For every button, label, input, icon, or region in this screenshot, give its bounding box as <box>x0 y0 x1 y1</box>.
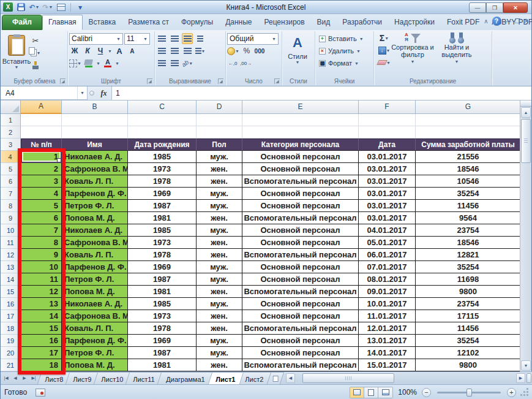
horizontal-scrollbar[interactable]: ◀ ▶ <box>286 372 532 384</box>
cell-F4[interactable]: 03.01.2017 <box>359 151 416 163</box>
orientation-button[interactable]: ab▼ <box>182 58 193 69</box>
cell-F18[interactable]: 12.01.2017 <box>359 322 416 335</box>
row-header-4[interactable]: 4 <box>1 151 21 163</box>
cell-A4[interactable]: 1 <box>21 151 62 163</box>
cell-F17[interactable]: 11.01.2017 <box>359 310 416 322</box>
cell-A8[interactable]: 5 <box>21 200 62 212</box>
column-header-G[interactable]: G <box>416 101 521 114</box>
cell-F3[interactable]: Дата <box>359 139 416 151</box>
row-header-20[interactable]: 20 <box>1 347 21 359</box>
close-button[interactable]: ✕ <box>503 2 528 13</box>
cell-G7[interactable]: 35254 <box>416 188 521 200</box>
cell-B15[interactable]: Попова М. Д. <box>62 286 128 298</box>
column-header-D[interactable]: D <box>197 101 242 114</box>
font-dialog-launcher[interactable]: ◢ <box>147 78 152 84</box>
horizontal-scroll-thumb[interactable] <box>302 373 394 383</box>
cell-G16[interactable]: 23754 <box>416 298 521 310</box>
page-break-view-button[interactable] <box>378 387 392 398</box>
workbook-minimize-icon[interactable]: — <box>505 18 511 25</box>
row-header-9[interactable]: 9 <box>1 212 21 224</box>
cell-F10[interactable]: 04.01.2017 <box>359 224 416 237</box>
row-header-14[interactable]: 14 <box>1 273 21 286</box>
record-macro-icon[interactable] <box>36 389 45 397</box>
undo-button[interactable]: ↶▼ <box>29 2 40 12</box>
scroll-down-button[interactable]: ▼ <box>521 360 531 371</box>
cell-B12[interactable]: Коваль Л. П. <box>62 249 128 261</box>
formula-input[interactable]: 1 <box>112 86 531 100</box>
cell-B8[interactable]: Петров Ф. Л. <box>62 200 128 212</box>
cell-F13[interactable]: 07.01.2017 <box>359 261 416 273</box>
tab-insert[interactable]: Вставка <box>83 15 122 30</box>
cell-E11[interactable]: Основной персонал <box>242 237 359 249</box>
cell-B2[interactable] <box>62 126 128 139</box>
cell-E14[interactable]: Основной персонал <box>242 273 359 286</box>
cell-D11[interactable]: жен. <box>197 237 242 249</box>
cell-C5[interactable]: 1973 <box>128 163 197 175</box>
cell-A19[interactable]: 16 <box>21 335 62 347</box>
cell-E5[interactable]: Основной персонал <box>242 163 359 175</box>
align-top-button[interactable] <box>156 33 167 44</box>
cell-C14[interactable]: 1987 <box>128 273 197 286</box>
preview-button[interactable] <box>56 2 67 12</box>
cell-B20[interactable]: Петров Ф. Л. <box>62 347 128 359</box>
cell-B14[interactable]: Петров Ф. Л. <box>62 273 128 286</box>
cell-E21[interactable]: Вспомогательный персонал <box>242 359 359 371</box>
cell-G5[interactable]: 18546 <box>416 163 521 175</box>
cell-E17[interactable]: Основной персонал <box>242 310 359 322</box>
cell-A3[interactable]: № п/п <box>21 139 62 151</box>
zoom-slider-thumb[interactable] <box>466 389 472 397</box>
cell-G8[interactable]: 11456 <box>416 200 521 212</box>
cell-G4[interactable]: 21556 <box>416 151 521 163</box>
insert-cells-button[interactable]: +Вставить▼ <box>319 32 372 45</box>
cell-C16[interactable]: 1985 <box>128 298 197 310</box>
cell-F15[interactable]: 09.01.2017 <box>359 286 416 298</box>
cell-A11[interactable]: 8 <box>21 237 62 249</box>
paste-button[interactable]: Вставить ▼ <box>3 32 30 75</box>
cell-G9[interactable]: 9564 <box>416 212 521 224</box>
cell-E2[interactable] <box>242 126 359 139</box>
customize-qat-button[interactable]: ▾ <box>75 2 86 12</box>
cell-C1[interactable] <box>128 114 197 126</box>
formula-bar-splitter[interactable] <box>88 86 96 100</box>
cell-G12[interactable]: 12821 <box>416 249 521 261</box>
tab-addins[interactable]: Надстройки <box>388 15 441 30</box>
vertical-scroll-thumb[interactable] <box>521 119 531 163</box>
row-header-3[interactable]: 3 <box>1 139 21 151</box>
cell-D8[interactable]: муж. <box>197 200 242 212</box>
cell-D18[interactable]: жен. <box>197 322 242 335</box>
cell-B6[interactable]: Коваль Л. П. <box>62 175 128 188</box>
cell-D12[interactable]: жен. <box>197 249 242 261</box>
cell-B5[interactable]: Сафронова В. М. <box>62 163 128 175</box>
cell-A10[interactable]: 7 <box>21 224 62 237</box>
cell-E19[interactable]: Основной персонал <box>242 335 359 347</box>
fill-color-button[interactable] <box>83 58 94 69</box>
comma-style-button[interactable]: 000 <box>254 45 265 56</box>
accounting-format-button[interactable]: ▼ <box>227 45 239 56</box>
cell-D20[interactable]: муж. <box>197 347 242 359</box>
increase-indent-button[interactable] <box>169 58 180 69</box>
cell-C15[interactable]: 1981 <box>128 286 197 298</box>
cell-C13[interactable]: 1969 <box>128 261 197 273</box>
cell-E3[interactable]: Категория персонала <box>242 139 359 151</box>
tab-file[interactable]: Файл <box>2 15 42 30</box>
maximize-button[interactable]: ❐ <box>486 2 503 13</box>
excel-logo-icon[interactable]: X <box>3 2 13 12</box>
last-sheet-button[interactable]: ▶| <box>29 374 38 383</box>
row-header-21[interactable]: 21 <box>1 359 21 371</box>
align-bottom-button[interactable] <box>182 33 193 44</box>
cell-F9[interactable]: 03.01.2017 <box>359 212 416 224</box>
row-header-5[interactable]: 5 <box>1 163 21 175</box>
row-header-2[interactable]: 2 <box>1 126 21 139</box>
decrease-indent-button[interactable] <box>156 58 167 69</box>
row-header-10[interactable]: 10 <box>1 224 21 237</box>
select-all-corner[interactable] <box>1 101 21 114</box>
cell-A12[interactable]: 9 <box>21 249 62 261</box>
vertical-scrollbar[interactable]: ▲ ▼ <box>520 101 531 371</box>
minimize-button[interactable]: — <box>469 2 486 13</box>
cell-G2[interactable] <box>416 126 521 139</box>
scroll-right-button[interactable]: ▶ <box>516 373 525 383</box>
row-header-13[interactable]: 13 <box>1 261 21 273</box>
column-header-B[interactable]: B <box>62 101 128 114</box>
tab-data[interactable]: Данные <box>219 15 258 30</box>
zoom-out-button[interactable]: − <box>422 388 431 397</box>
